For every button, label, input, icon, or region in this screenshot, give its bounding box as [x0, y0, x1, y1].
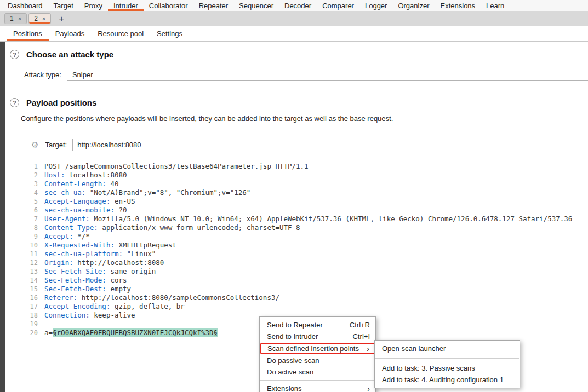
subtab-positions[interactable]: Positions	[7, 26, 49, 41]
main-tab-intruder[interactable]: Intruder	[108, 0, 144, 11]
header-value: keep-alive	[90, 311, 135, 319]
main-tab-logger[interactable]: Logger	[359, 0, 392, 11]
attack-tab-1[interactable]: 1×	[4, 13, 27, 24]
menu-item-extensions[interactable]: Extensions›	[260, 383, 375, 392]
subtab-settings[interactable]: Settings	[150, 26, 189, 41]
main-tab-target[interactable]: Target	[48, 0, 79, 11]
line-content: User-Agent: Mozilla/5.0 (Windows NT 10.0…	[44, 215, 572, 223]
attack-tab-2[interactable]: 2×	[28, 13, 51, 24]
main-tab-learn[interactable]: Learn	[481, 0, 510, 11]
subtab-payloads[interactable]: Payloads	[49, 26, 91, 41]
line-content: Sec-Fetch-Mode: cors	[44, 276, 127, 285]
request-line: 6sec-ch-ua-mobile: ?0	[22, 206, 588, 215]
menu-item-scan-defined-insertion-points[interactable]: Scan defined insertion points›	[260, 343, 375, 354]
request-editor-lines[interactable]: 1POST /sampleCommonsCollections3/testBas…	[21, 157, 588, 337]
menu-item-do-passive-scan[interactable]: Do passive scan	[260, 355, 375, 366]
line-number: 10	[22, 241, 38, 250]
menu-item-send-to-intruder[interactable]: Send to IntruderCtrl+I	[260, 331, 375, 342]
request-line: 17Accept-Encoding: gzip, deflate, br	[22, 302, 588, 311]
submenu-item-add-to-task-4-auditing-configuration-1[interactable]: Add to task: 4. Auditing configuration 1	[375, 374, 520, 385]
close-icon: ×	[18, 16, 21, 22]
main-tab-sequencer[interactable]: Sequencer	[233, 0, 279, 11]
submenu-item-add-to-task-3-passive-scans[interactable]: Add to task: 3. Passive scans	[375, 362, 520, 374]
subtab-resource-pool[interactable]: Resource pool	[91, 26, 150, 41]
target-input[interactable]	[72, 139, 588, 151]
menu-item-label: Add to task: 3. Passive scans	[382, 364, 514, 372]
line-number: 7	[22, 215, 38, 223]
request-line: 7User-Agent: Mozilla/5.0 (Windows NT 10.…	[22, 215, 588, 223]
menu-shortcut: Ctrl+R	[350, 321, 370, 329]
line-number: 19	[22, 320, 38, 328]
menu-item-do-active-scan[interactable]: Do active scan	[260, 366, 375, 378]
attack-type-select[interactable]: Sniper	[67, 68, 588, 81]
line-number: 20	[22, 328, 38, 337]
line-number: 2	[22, 171, 38, 180]
menu-item-label: Extensions	[267, 384, 359, 392]
line-number: 14	[22, 276, 38, 285]
main-tab-collaborator[interactable]: Collaborator	[144, 0, 193, 11]
line-content: X-Requested-With: XMLHttpRequest	[44, 241, 176, 250]
menu-separator	[260, 380, 375, 381]
left-edge-panel	[0, 42, 5, 392]
help-icon[interactable]: ?	[10, 50, 19, 59]
request-line: 12Origin: http://localhost:8080	[22, 258, 588, 267]
request-line: 14Sec-Fetch-Mode: cors	[22, 276, 588, 285]
gear-icon[interactable]: ⚙	[31, 141, 38, 149]
main-tab-repeater[interactable]: Repeater	[193, 0, 233, 11]
line-number: 5	[22, 197, 38, 206]
main-tab-comparer[interactable]: Comparer	[317, 0, 359, 11]
line-number: 8	[22, 223, 38, 232]
header-name: Connection:	[44, 311, 90, 319]
main-tab-proxy[interactable]: Proxy	[79, 0, 108, 11]
header-value: localhost:8080	[65, 171, 127, 179]
menu-item-label: Add to task: 4. Auditing configuration 1	[382, 376, 514, 384]
line-content: sec-ch-ua: "Not/A)Brand";v="8", "Chromiu…	[44, 188, 250, 197]
payload-positions-section-title: Payload positions	[26, 98, 96, 107]
line-content: Accept: */*	[44, 232, 90, 241]
line-number: 11	[22, 250, 38, 258]
close-icon: ×	[42, 16, 45, 22]
main-tab-dashboard[interactable]: Dashboard	[2, 0, 48, 11]
attack-tab-bar: 1×2×+	[0, 11, 588, 26]
header-name: Referer:	[44, 293, 77, 302]
header-name: Content-Length:	[44, 180, 106, 188]
line-number: 15	[22, 285, 38, 293]
menu-item-send-to-repeater[interactable]: Send to RepeaterCtrl+R	[260, 319, 375, 331]
submenu-item-open-scan-launcher[interactable]: Open scan launcher	[375, 343, 520, 354]
main-tab-extensions[interactable]: Extensions	[435, 0, 481, 11]
scan-submenu: Open scan launcherAdd to task: 3. Passiv…	[374, 340, 520, 388]
attack-type-section-title: Choose an attack type	[26, 50, 113, 59]
line-content: Accept-Language: en-US	[44, 197, 135, 206]
request-line: 11sec-ch-ua-platform: "Linux"	[22, 250, 588, 258]
request-line: 5Accept-Language: en-US	[22, 197, 588, 206]
header-value: application/x-www-form-urlencoded; chars…	[98, 223, 300, 232]
attack-tab-label: 2	[34, 15, 38, 22]
help-icon[interactable]: ?	[10, 98, 19, 107]
context-menu: Send to RepeaterCtrl+RSend to IntruderCt…	[259, 316, 376, 392]
request-line: 2Host: localhost:8080	[22, 171, 588, 180]
header-value: same-origin	[106, 267, 156, 275]
attack-type-section-header: ? Choose an attack type	[5, 42, 588, 59]
header-value: ?0	[115, 206, 127, 214]
menu-item-label: Do active scan	[267, 368, 370, 376]
line-content: Connection: keep-alive	[44, 311, 135, 320]
header-name: Sec-Fetch-Dest:	[44, 285, 106, 293]
submenu-arrow-icon: ›	[367, 345, 369, 353]
request-line: 1POST /sampleCommonsCollections3/testBas…	[22, 162, 588, 171]
header-value: empty	[106, 285, 131, 293]
line-content: Accept-Encoding: gzip, deflate, br	[44, 302, 185, 311]
header-value: "Not/A)Brand";v="8", "Chromium";v="126"	[85, 188, 250, 197]
target-label: Target:	[45, 141, 67, 149]
attack-type-selected-value: Sniper	[72, 71, 93, 79]
main-tab-decoder[interactable]: Decoder	[279, 0, 317, 11]
add-tab-button[interactable]: +	[56, 14, 67, 24]
line-content: sec-ch-ua-mobile: ?0	[44, 206, 127, 215]
request-line: 8Content-Type: application/x-www-form-ur…	[22, 223, 588, 232]
main-tab-bar: DashboardTargetProxyIntruderCollaborator…	[0, 0, 588, 11]
header-name: X-Requested-With:	[44, 241, 115, 249]
header-name: sec-ch-ua-mobile:	[44, 206, 115, 214]
request-line: 16Referer: http://localhost:8080/sampleC…	[22, 293, 588, 302]
main-tab-organizer[interactable]: Organizer	[392, 0, 435, 11]
menu-item-label: Scan defined insertion points	[267, 344, 359, 353]
request-line: 13Sec-Fetch-Site: same-origin	[22, 267, 588, 276]
